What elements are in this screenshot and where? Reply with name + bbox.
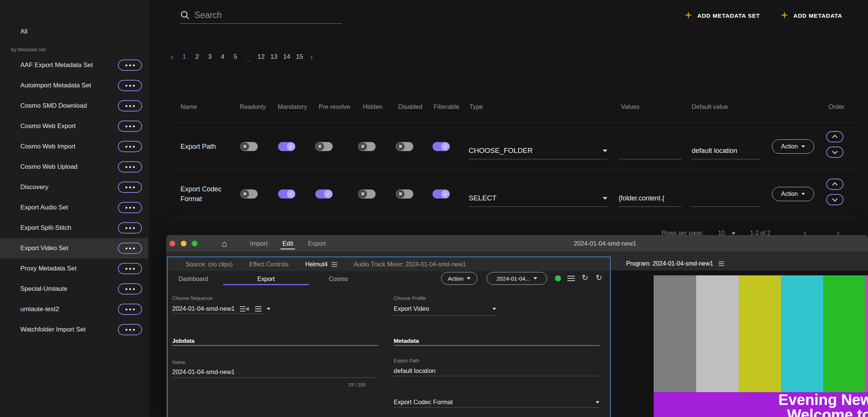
disabled-toggle[interactable]: ×	[396, 189, 413, 199]
pagination-page-5[interactable]: 5	[229, 53, 242, 61]
sidebar-item-cosmo-web-upload[interactable]: Cosmo Web Upload	[0, 157, 148, 177]
sidebar-item-watchfolder-import-set[interactable]: Watchfolder Import Set	[0, 319, 148, 340]
panel-menu-icon[interactable]	[718, 261, 724, 266]
panel-tab-source-no-clips[interactable]: Source: (no clips)	[186, 261, 233, 268]
action-button[interactable]: Action	[772, 187, 814, 201]
type-select[interactable]: CHOOSE_FOLDER	[469, 142, 607, 159]
panel-tab-effect-controls[interactable]: Effect Controls	[249, 261, 289, 268]
item-options-button[interactable]	[118, 100, 142, 112]
mandatory-toggle[interactable]: ✓	[278, 189, 295, 199]
item-options-button[interactable]	[118, 141, 142, 152]
pagination-page-14[interactable]: 14	[280, 53, 293, 61]
export-path-input[interactable]: default location	[394, 367, 436, 374]
close-window-button[interactable]	[170, 241, 175, 246]
item-options-button[interactable]	[118, 243, 142, 254]
add-metadata-set-button[interactable]: + ADD METADATA SET	[685, 8, 760, 24]
pagination-prev-icon[interactable]: ‹	[167, 52, 178, 61]
readonly-toggle[interactable]: ×	[240, 142, 258, 151]
home-icon[interactable]: ⌂	[222, 235, 227, 252]
readonly-toggle[interactable]: ×	[240, 189, 258, 199]
item-options-button[interactable]	[118, 80, 142, 91]
pagination-page-15[interactable]: 15	[293, 53, 306, 61]
values-input[interactable]: {folder.content.{	[619, 190, 682, 207]
sidebar-item-cosmo-web-export[interactable]: Cosmo Web Export	[0, 116, 148, 136]
list-icon[interactable]	[567, 276, 575, 281]
item-options-button[interactable]	[118, 283, 142, 295]
filterable-toggle[interactable]: ✓	[432, 142, 450, 151]
pre-resolve-toggle[interactable]: ×	[315, 142, 333, 151]
pre-resolve-toggle[interactable]: ✓	[315, 189, 333, 199]
window-titlebar[interactable]: ⌂ ImportEditExport 2024-01-04-smd-new1	[166, 235, 868, 252]
disabled-toggle[interactable]: ×	[396, 142, 413, 151]
item-options-button[interactable]	[118, 161, 142, 173]
pagination-page-3[interactable]: 3	[203, 53, 216, 61]
name-input[interactable]: 2024-01-04-smd-new1	[172, 368, 235, 376]
item-options-button[interactable]	[118, 121, 142, 132]
hidden-toggle[interactable]: ×	[358, 189, 376, 199]
helmut-tab-cosmo[interactable]: Cosmo	[329, 276, 348, 283]
move-down-button[interactable]	[826, 194, 844, 205]
item-options-button[interactable]	[118, 304, 142, 315]
item-options-button[interactable]	[118, 324, 142, 335]
sidebar-item-autoimport-metadata-set[interactable]: Autoimport Metadata Set	[0, 75, 148, 96]
metadata-heading: Metadata	[394, 338, 419, 344]
program-panel-tab[interactable]: Program: 2024-01-04-smd-new1	[626, 260, 713, 267]
helmut-tab-export[interactable]: Export	[257, 276, 275, 283]
sidebar-item-cosmo-smd-download[interactable]: Cosmo SMD Download	[0, 96, 148, 116]
sidebar-item-cosmo-web-import[interactable]: Cosmo Web Import	[0, 136, 148, 157]
type-select[interactable]: SELECT	[469, 190, 607, 207]
item-options-button[interactable]	[118, 222, 142, 234]
sequence-menu-icon[interactable]	[255, 306, 261, 312]
sidebar-item-special-umlaute[interactable]: Special-Umlaute	[0, 279, 148, 299]
clear-sequence-icon[interactable]	[240, 306, 250, 312]
sidebar-item-all[interactable]: All	[0, 21, 148, 42]
move-up-button[interactable]	[826, 131, 844, 142]
pagination-page-13[interactable]: 13	[267, 53, 280, 61]
pagination-next-icon[interactable]: ›	[306, 52, 317, 61]
filterable-toggle[interactable]: ✓	[432, 189, 450, 199]
profile-select[interactable]: Export Video	[394, 305, 496, 312]
move-down-button[interactable]	[826, 147, 844, 158]
dots-icon	[129, 64, 131, 66]
sidebar-item-export-split-stitch[interactable]: Export Split-Stitch	[0, 218, 148, 238]
item-options-button[interactable]	[118, 202, 142, 213]
sidebar-item-discovery[interactable]: Discovery	[0, 177, 148, 197]
hidden-toggle[interactable]: ×	[358, 142, 376, 151]
panel-tab-audio-track-mixer-2024-01-04-smd-new1[interactable]: Audio Track Mixer: 2024-01-04-smd-new1	[354, 261, 466, 268]
sync-icon[interactable]: ↻	[596, 273, 602, 282]
minimize-window-button[interactable]	[181, 241, 186, 246]
sequence-field[interactable]: 2024-01-04-smd-new1	[172, 305, 270, 312]
sidebar-item-proxy-metadata-set[interactable]: Proxy Metadata Set	[0, 258, 148, 279]
search-field[interactable]	[180, 7, 342, 24]
helmut-tab-dashboard[interactable]: Dashboard	[179, 276, 208, 283]
pagination-page-4[interactable]: 4	[216, 53, 229, 61]
export-codec-format-select[interactable]: Export Codec Format	[394, 399, 599, 406]
window-tab-import[interactable]: Import	[250, 235, 268, 252]
action-button[interactable]: Action	[772, 139, 814, 154]
panel-menu-icon[interactable]	[332, 262, 337, 267]
default-value-input[interactable]: default location	[692, 142, 761, 159]
window-tab-edit[interactable]: Edit	[283, 235, 293, 252]
item-options-button[interactable]	[118, 182, 142, 193]
add-metadata-button[interactable]: + ADD METADATA	[781, 8, 842, 24]
search-input[interactable]	[194, 10, 342, 20]
preset-dropdown[interactable]: 2024-01-04...	[487, 272, 547, 285]
item-options-button[interactable]	[118, 60, 142, 71]
move-up-button[interactable]	[826, 179, 844, 190]
default-value-input[interactable]	[692, 190, 761, 207]
pagination-page-1[interactable]: 1	[178, 53, 191, 61]
sidebar-item-export-audio-set[interactable]: Export Audio Set	[0, 197, 148, 218]
window-tab-export[interactable]: Export	[308, 235, 326, 252]
zoom-window-button[interactable]	[192, 241, 197, 246]
refresh-icon[interactable]: ↻	[582, 273, 588, 282]
pagination-page-12[interactable]: 12	[255, 53, 267, 61]
panel-tab-helmut4[interactable]: Helmut4	[305, 261, 328, 268]
values-input[interactable]	[619, 142, 682, 159]
item-options-button[interactable]	[118, 263, 142, 274]
mandatory-toggle[interactable]: ✓	[278, 142, 295, 151]
pagination-page-2[interactable]: 2	[191, 53, 203, 61]
helmut-action-button[interactable]: Action	[441, 272, 477, 285]
sidebar-item-export-video-set[interactable]: Export Video Set	[0, 238, 148, 258]
sidebar-item-aaf-export-metadata-set[interactable]: AAF Export Metadata Set	[0, 55, 148, 75]
sidebar-item-umlaute-test2[interactable]: umlaute-test2	[0, 299, 148, 319]
